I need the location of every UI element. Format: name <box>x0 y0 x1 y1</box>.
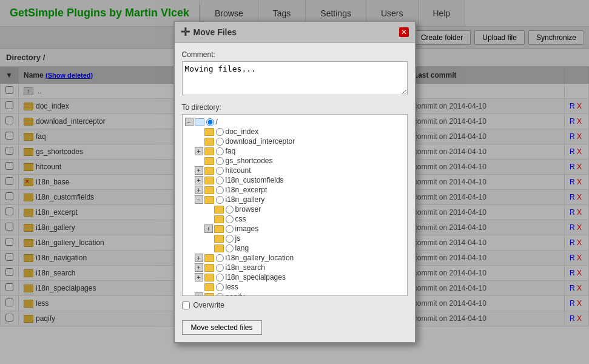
tree-name-paqify: paqify <box>226 292 245 296</box>
dir-tree[interactable]: − / doc_index <box>182 114 408 296</box>
tree-name-images: images <box>235 224 259 233</box>
tree-name-faq: faq <box>226 147 236 155</box>
dir-label: To directory: <box>182 103 408 112</box>
tree-radio-images[interactable] <box>226 225 234 233</box>
tree-node-doc_index[interactable]: doc_index <box>195 127 405 136</box>
tree-folder-paqify <box>204 293 214 297</box>
tree-folder-i18n_search <box>204 264 214 272</box>
tree-children-root: doc_index download_interceptor + <box>185 127 405 296</box>
tree-name-less: less <box>226 283 238 291</box>
tree-radio-js[interactable] <box>226 235 234 243</box>
tree-name-browser: browser <box>235 205 261 214</box>
tree-name-i18n_excerpt: i18n_excerpt <box>226 186 268 194</box>
tree-name-i18n_gallery: i18n_gallery <box>226 195 265 204</box>
tree-expand-root[interactable]: − <box>185 118 194 126</box>
tree-name-i18n_specialpages: i18n_specialpages <box>226 273 286 281</box>
tree-node-i18n_excerpt[interactable]: + i18n_excerpt <box>195 185 405 195</box>
modal-close-button[interactable]: ✕ <box>399 27 409 37</box>
tree-folder-download_interceptor <box>204 138 214 146</box>
move-files-modal: ✛ Move Files ✕ Comment: Moving files... … <box>173 21 416 343</box>
overwrite-checkbox[interactable] <box>182 302 190 309</box>
modal-body: Comment: Moving files... To directory: −… <box>175 43 415 342</box>
tree-folder-hitcount <box>204 167 214 175</box>
modal-overlay: ✛ Move Files ✕ Comment: Moving files... … <box>0 0 589 364</box>
tree-radio-i18n_search[interactable] <box>216 264 224 272</box>
tree-node-lang[interactable]: lang <box>204 243 405 253</box>
tree-folder-faq <box>204 147 214 155</box>
tree-expand-i18n_specialpages[interactable]: + <box>195 273 203 281</box>
tree-expand-paqify[interactable]: + <box>195 292 203 296</box>
tree-radio-paqify[interactable] <box>216 293 224 297</box>
tree-folder-i18n_customfields <box>204 177 214 184</box>
tree-name-lang: lang <box>235 244 249 252</box>
tree-expand-images[interactable]: + <box>204 224 213 233</box>
tree-expand-i18n_customfields[interactable]: + <box>195 176 203 184</box>
tree-radio-i18n_gallery[interactable] <box>216 196 224 204</box>
overwrite-label[interactable]: Overwrite <box>194 301 224 309</box>
tree-radio-less[interactable] <box>216 283 224 291</box>
tree-expand-i18n_gallery_location[interactable]: + <box>195 254 203 262</box>
tree-radio-faq[interactable] <box>216 147 224 155</box>
tree-name-download_interceptor: download_interceptor <box>226 137 295 146</box>
tree-node-download_interceptor[interactable]: download_interceptor <box>195 136 405 146</box>
tree-radio-lang[interactable] <box>226 244 234 252</box>
tree-node-paqify[interactable]: + paqify <box>195 292 405 296</box>
tree-expand-i18n_excerpt[interactable]: + <box>195 186 203 194</box>
move-selected-button[interactable]: Move selected files <box>182 320 262 335</box>
tree-folder-images <box>214 225 224 233</box>
tree-name-gs_shortcodes: gs_shortcodes <box>226 157 273 165</box>
tree-expand-faq[interactable]: + <box>195 147 203 155</box>
tree-node-i18n_gallery_location[interactable]: + i18n_gallery_location <box>195 253 405 263</box>
move-icon: ✛ <box>181 25 190 39</box>
tree-radio-root[interactable] <box>206 118 214 126</box>
tree-radio-css[interactable] <box>226 215 234 223</box>
tree-node-gs_shortcodes[interactable]: gs_shortcodes <box>195 156 405 166</box>
tree-folder-lang <box>214 244 224 252</box>
tree-node-browser[interactable]: browser <box>204 204 405 214</box>
overwrite-row: Overwrite <box>182 301 408 309</box>
tree-expand-i18n_search[interactable]: + <box>195 263 203 272</box>
tree-radio-hitcount[interactable] <box>216 167 224 175</box>
tree-node-hitcount[interactable]: + hitcount <box>195 166 405 175</box>
tree-name-hitcount: hitcount <box>226 166 251 175</box>
tree-radio-download_interceptor[interactable] <box>216 138 224 146</box>
tree-node-css[interactable]: css <box>204 214 405 224</box>
tree-radio-i18n_specialpages[interactable] <box>216 274 224 281</box>
tree-folder-browser <box>214 206 224 214</box>
tree-folder-i18n_specialpages <box>204 274 214 281</box>
tree-node-less[interactable]: less <box>195 282 405 292</box>
tree-folder-less <box>204 283 214 291</box>
tree-root[interactable]: − / <box>185 117 405 127</box>
tree-radio-browser[interactable] <box>226 206 234 214</box>
tree-node-i18n_specialpages[interactable]: + i18n_specialpages <box>195 272 405 282</box>
modal-header: ✛ Move Files ✕ <box>175 22 415 43</box>
tree-folder-i18n_gallery <box>204 196 214 204</box>
tree-expand-hitcount[interactable]: + <box>195 166 203 175</box>
tree-folder-i18n_gallery_location <box>204 254 214 262</box>
comment-textarea[interactable]: Moving files... <box>182 61 408 95</box>
tree-name-i18n_search: i18n_search <box>226 263 265 272</box>
tree-radio-gs_shortcodes[interactable] <box>216 157 224 165</box>
tree-node-faq[interactable]: + faq <box>195 146 405 156</box>
tree-folder-doc_index <box>204 128 214 136</box>
tree-name-i18n_gallery_location: i18n_gallery_location <box>226 254 294 262</box>
tree-folder-css <box>214 215 224 223</box>
tree-radio-i18n_gallery_location[interactable] <box>216 254 224 262</box>
tree-radio-i18n_excerpt[interactable] <box>216 186 224 194</box>
tree-expand-i18n_gallery[interactable]: − <box>195 195 203 204</box>
tree-node-i18n_search[interactable]: + i18n_search <box>195 263 405 272</box>
move-button-row: Move selected files <box>182 314 408 335</box>
tree-name-root: / <box>216 118 218 126</box>
tree-folder-js <box>214 235 224 243</box>
tree-folder-gs_shortcodes <box>204 157 214 165</box>
tree-children-i18n_gallery: browser css + <box>195 204 405 253</box>
tree-name-i18n_customfields: i18n_customfields <box>226 176 284 184</box>
tree-radio-i18n_customfields[interactable] <box>216 177 224 184</box>
tree-folder-root <box>195 118 204 126</box>
modal-title: ✛ Move Files <box>181 25 237 39</box>
tree-node-js[interactable]: js <box>204 234 405 243</box>
tree-node-images[interactable]: + images <box>204 224 405 234</box>
tree-radio-doc_index[interactable] <box>216 128 224 136</box>
tree-node-i18n_customfields[interactable]: + i18n_customfields <box>195 175 405 185</box>
tree-node-i18n_gallery[interactable]: − i18n_gallery <box>195 195 405 204</box>
